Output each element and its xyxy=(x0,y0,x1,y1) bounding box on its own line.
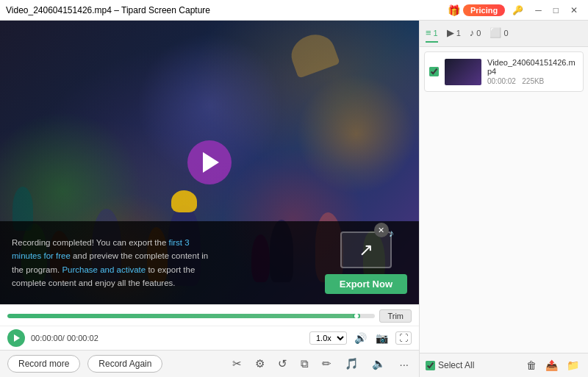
folder-open-icon-button[interactable]: 📁 xyxy=(564,358,582,373)
trim-button[interactable]: Trim xyxy=(379,309,412,323)
file-meta: 00:00:02 225KB xyxy=(487,77,578,85)
image-tab-count: 0 xyxy=(503,29,508,37)
audio-tab-icon: ♪ xyxy=(470,27,475,38)
select-all-checkbox[interactable] xyxy=(426,361,435,370)
play-pause-button[interactable] xyxy=(7,329,25,347)
time-display: 00:00:00/ 00:00:02 xyxy=(31,334,98,342)
export-message-start: Recording completed! You can export the xyxy=(12,238,169,247)
export-share-icon: ↗ xyxy=(359,240,373,260)
video-tab-count: 1 xyxy=(456,29,461,37)
file-checkbox[interactable] xyxy=(429,67,439,76)
adjust-icon-button[interactable]: ⚙ xyxy=(252,356,268,372)
delete-icon-button[interactable]: 🗑 xyxy=(523,358,539,373)
record-more-button[interactable]: Record more xyxy=(7,355,80,373)
file-list: Video_240604151426.mp4 00:00:02 225KB xyxy=(420,47,588,353)
play-pause-icon xyxy=(14,334,20,342)
right-toolbar: Select All 🗑 📤 📁 xyxy=(420,353,588,377)
tab-bar: ≡ 1 ▶ 1 ♪ 0 ⬜ 0 xyxy=(420,21,588,47)
speed-select[interactable]: 1.0x 0.5x 1.5x 2.0x xyxy=(309,331,347,345)
file-info: Video_240604151426.mp4 00:00:02 225KB xyxy=(487,58,578,85)
thumbnail-preview xyxy=(445,59,481,85)
progress-thumb[interactable] xyxy=(353,314,360,318)
tab-image[interactable]: ⬜ 0 xyxy=(490,24,508,43)
audio-tab-count: 0 xyxy=(476,29,481,37)
title-bar-title: Video_240604151426.mp4 – Tipard Screen C… xyxy=(6,5,210,15)
export-overlay: Recording completed! You can export the … xyxy=(0,221,419,304)
left-panel: Recording completed! You can export the … xyxy=(0,21,419,377)
video-container: Recording completed! You can export the … xyxy=(0,21,419,304)
camera-icon-button[interactable]: 📷 xyxy=(374,331,390,345)
play-triangle-icon xyxy=(203,152,219,173)
audio-icon-button[interactable]: 🎵 xyxy=(342,356,362,372)
file-thumbnail xyxy=(445,59,481,85)
maximize-button[interactable]: □ xyxy=(549,4,563,17)
image-tab-icon: ⬜ xyxy=(490,27,501,38)
fullscreen-button[interactable]: ⛶ xyxy=(395,331,412,345)
tab-list[interactable]: ≡ 1 xyxy=(426,24,438,43)
video-tab-icon: ▶ xyxy=(447,27,454,38)
refresh-icon-button[interactable]: ↺ xyxy=(275,356,290,372)
progress-row: Trim xyxy=(7,309,412,323)
right-panel: ≡ 1 ▶ 1 ♪ 0 ⬜ 0 xyxy=(419,21,588,377)
video-play-button[interactable] xyxy=(187,140,232,184)
export-box: ↗ ♪ ♩ ✕ Export Now xyxy=(325,231,407,294)
export-now-button[interactable]: Export Now xyxy=(325,274,407,294)
list-item: Video_240604151426.mp4 00:00:02 225KB xyxy=(424,51,584,92)
export-link-purchase[interactable]: Purchase and activate xyxy=(62,265,146,274)
close-overlay-button[interactable]: ✕ xyxy=(374,223,389,237)
minimize-button[interactable]: ─ xyxy=(531,4,546,17)
more-icon-button[interactable]: ··· xyxy=(396,356,412,372)
music-note-icon-1: ♪ xyxy=(389,227,394,239)
tab-video[interactable]: ▶ 1 xyxy=(447,24,461,43)
list-tab-icon: ≡ xyxy=(426,27,431,38)
export-icon-container: ↗ ♪ ♩ ✕ xyxy=(340,231,392,268)
edit-icon-button[interactable]: ✏ xyxy=(319,356,334,372)
volume-icon-button[interactable]: 🔊 xyxy=(353,331,368,345)
timeline-area: Trim xyxy=(0,304,419,326)
key-icon-button[interactable]: 🔑 xyxy=(508,4,528,17)
controls-row: 00:00:00/ 00:00:02 1.0x 0.5x 1.5x 2.0x 🔊… xyxy=(0,326,419,350)
file-name: Video_240604151426.mp4 xyxy=(487,58,578,76)
export-icon-background: ↗ ♪ ♩ xyxy=(340,231,392,268)
select-all-label[interactable]: Select All xyxy=(438,360,474,370)
main-layout: Recording completed! You can export the … xyxy=(0,21,588,377)
copy-icon-button[interactable]: ⧉ xyxy=(298,356,312,372)
tab-audio[interactable]: ♪ 0 xyxy=(470,24,481,43)
export-message: Recording completed! You can export the … xyxy=(12,236,218,290)
title-bar-left: Video_240604151426.mp4 – Tipard Screen C… xyxy=(6,5,210,15)
gift-icon: 🎁 xyxy=(448,4,460,16)
bottom-bar: Record more Record Again ✂ ⚙ ↺ ⧉ ✏ 🎵 🔈 ·… xyxy=(0,350,419,377)
scissors-icon-button[interactable]: ✂ xyxy=(229,356,245,372)
progress-fill xyxy=(7,314,356,318)
sound-icon-button[interactable]: 🔈 xyxy=(369,356,389,372)
title-bar: Video_240604151426.mp4 – Tipard Screen C… xyxy=(0,0,588,21)
progress-track[interactable] xyxy=(7,314,375,318)
close-button[interactable]: ✕ xyxy=(566,4,582,17)
title-bar-right: 🎁 Pricing 🔑 ─ □ ✕ xyxy=(448,4,582,17)
list-tab-count: 1 xyxy=(434,29,438,37)
record-again-button[interactable]: Record Again xyxy=(87,355,162,373)
pricing-button[interactable]: Pricing xyxy=(463,4,505,16)
folder-export-icon-button[interactable]: 📤 xyxy=(542,358,561,373)
